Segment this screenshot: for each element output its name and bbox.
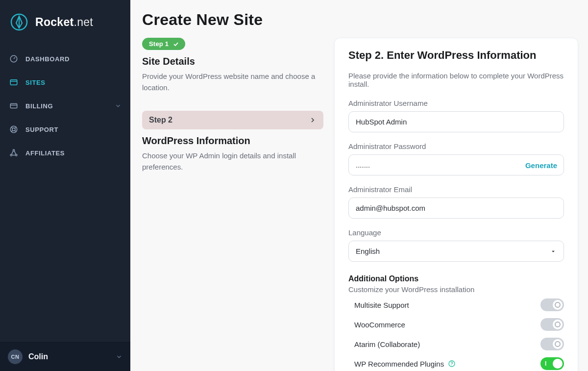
main: Create New Site Step 1 Site Details Prov… [130, 0, 588, 371]
svg-line-11 [15, 127, 16, 128]
step1-title: Site Details [142, 56, 323, 67]
step1-pill[interactable]: Step 1 [142, 38, 185, 50]
svg-rect-5 [10, 104, 17, 108]
language-label: Language [348, 228, 564, 237]
sidebar: Rocket.net DASHBOARD SITES BILLING [0, 0, 130, 371]
email-input[interactable] [348, 198, 564, 219]
password-label: Administrator Password [348, 142, 564, 150]
svg-line-9 [11, 127, 13, 128]
card-icon [9, 101, 19, 111]
chevron-down-icon [116, 353, 122, 360]
step1-pill-label: Step 1 [149, 40, 169, 48]
field-password: Administrator Password Generate [348, 142, 564, 175]
svg-point-8 [12, 128, 15, 131]
brand[interactable]: Rocket.net [0, 0, 130, 43]
username-input[interactable] [348, 111, 564, 132]
sidebar-item-sites[interactable]: SITES [0, 71, 130, 94]
sidebar-item-label: SITES [25, 79, 46, 86]
toggle-multisite[interactable] [540, 298, 564, 311]
wp-info-card: Step 2. Enter WordPress Information Plea… [334, 38, 578, 371]
life-ring-icon [9, 124, 19, 134]
network-icon [9, 148, 19, 158]
toggle-woocommerce[interactable] [540, 318, 564, 331]
option-atarim: Atarim (Collaborate) [354, 338, 564, 350]
sidebar-item-dashboard[interactable]: DASHBOARD [0, 47, 130, 71]
option-recommended-plugins: WP Recommended Plugins I [354, 357, 564, 370]
chevron-right-icon [309, 116, 317, 124]
svg-line-12 [11, 130, 13, 132]
caret-down-icon [550, 248, 557, 255]
generate-password-link[interactable]: Generate [525, 161, 557, 169]
step2-bar-label: Step 2 [149, 116, 172, 124]
option-multisite: Multisite Support [354, 298, 564, 311]
language-select[interactable]: English [348, 241, 564, 262]
option-label: WooCommerce [354, 321, 405, 329]
form-lead: Please provide the information below to … [348, 72, 564, 88]
language-value: English [356, 247, 380, 255]
gauge-icon [9, 54, 19, 64]
email-label: Administrator Email [348, 185, 564, 194]
sidebar-item-label: DASHBOARD [25, 55, 70, 63]
check-icon [172, 41, 179, 48]
username-label: Administrator Username [348, 99, 564, 107]
svg-rect-3 [10, 80, 17, 85]
user-name: Colin [28, 352, 48, 361]
sidebar-item-label: SUPPORT [25, 126, 58, 133]
svg-point-17 [451, 365, 452, 366]
step2-title: WordPress Information [142, 135, 323, 147]
sidebar-item-affiliates[interactable]: AFFILIATES [0, 141, 130, 165]
option-label: WP Recommended Plugins [354, 360, 444, 368]
option-woocommerce: WooCommerce [354, 318, 564, 331]
field-email: Administrator Email [348, 185, 564, 219]
avatar: CN [8, 349, 23, 364]
option-label: Multisite Support [354, 301, 409, 309]
help-icon[interactable] [448, 360, 456, 368]
field-language: Language English [348, 228, 564, 262]
toggle-atarim[interactable] [540, 338, 564, 350]
brand-logo-icon [10, 13, 28, 31]
step2-sub: Choose your WP Admin login details and i… [142, 150, 323, 173]
form-heading: Step 2. Enter WordPress Information [348, 49, 564, 62]
step1-sub: Provide your WordPress website name and … [142, 71, 323, 93]
options-sub: Customize your WordPress installation [348, 285, 564, 294]
field-username: Administrator Username [348, 99, 564, 132]
sidebar-item-billing[interactable]: BILLING [0, 94, 130, 118]
steps-column: Step 1 Site Details Provide your WordPre… [142, 38, 323, 371]
user-menu[interactable]: CN Colin [0, 342, 130, 371]
svg-point-15 [16, 154, 17, 156]
sidebar-item-label: AFFILIATES [25, 149, 65, 157]
sidebar-nav: DASHBOARD SITES BILLING [0, 43, 130, 165]
options-title: Additional Options [348, 274, 564, 283]
chevron-down-icon [115, 102, 122, 109]
brand-name: Rocket.net [35, 16, 93, 29]
window-icon [9, 77, 19, 87]
sidebar-item-support[interactable]: SUPPORT [0, 118, 130, 141]
page-title: Create New Site [142, 8, 578, 38]
svg-line-10 [15, 130, 16, 132]
option-label: Atarim (Collaborate) [354, 340, 420, 348]
svg-point-14 [10, 154, 12, 156]
step2-bar[interactable]: Step 2 [142, 111, 323, 129]
sidebar-item-label: BILLING [25, 102, 53, 110]
toggle-recommended-plugins[interactable]: I [540, 357, 564, 370]
